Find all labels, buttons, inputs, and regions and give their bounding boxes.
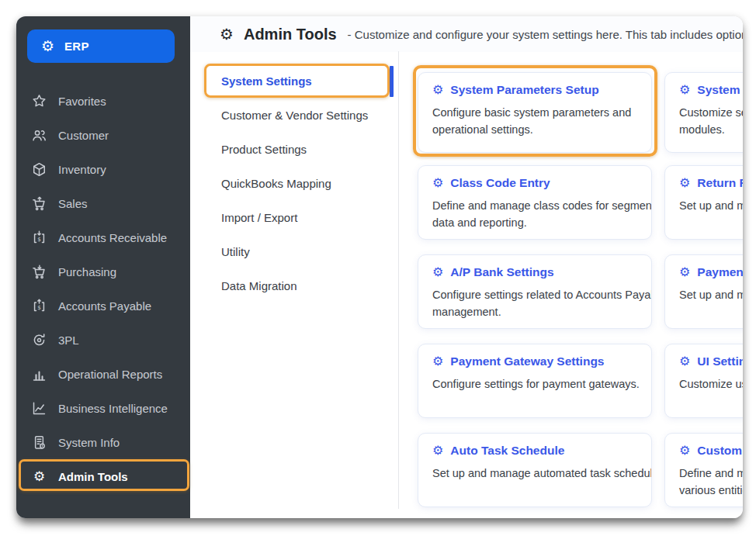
box-dollar-up-icon: $	[32, 299, 47, 313]
card-system-parameters-setup[interactable]: ⚙System Parameters Setup Configure basic…	[418, 72, 652, 153]
cube-icon	[32, 162, 47, 177]
sidebar-item-system-info[interactable]: System Info	[16, 425, 190, 459]
sidebar-item-inventory[interactable]: Inventory	[16, 152, 190, 186]
subnav-item-quickbooks-mapping[interactable]: QuickBooks Mapping	[190, 166, 398, 200]
document-info-icon	[32, 435, 47, 450]
card-description: Set up and manage automated task schedul…	[432, 465, 637, 482]
sidebar-menu: Favorites Customer Inventory Sales $ Acc…	[16, 84, 190, 493]
gear-icon: ⚙	[679, 84, 690, 96]
sidebar-item-purchasing[interactable]: Purchasing	[16, 254, 190, 289]
gear-icon: ⚙	[432, 177, 443, 189]
svg-text:$: $	[37, 303, 41, 310]
card-description: Customize settimodules.	[679, 104, 743, 138]
subnav-item-system-settings[interactable]: System Settings	[190, 64, 398, 98]
card-system-modules[interactable]: ⚙System Mo Customize settimodules.	[664, 72, 743, 153]
sidebar-item-label: Favorites	[58, 95, 106, 108]
gear-icon: ⚙	[679, 177, 690, 189]
card-title: UI Settings	[697, 354, 743, 368]
card-payment-gateway-settings[interactable]: ⚙Payment Gateway Settings Configure sett…	[418, 344, 652, 418]
card-payment-methods[interactable]: ⚙Payment M Set up and map	[664, 254, 743, 329]
sidebar-item-admin-tools[interactable]: ⚙ Admin Tools	[16, 459, 190, 493]
subnav-item-data-migration[interactable]: Data Migration	[190, 268, 398, 303]
gear-icon: ⚙	[679, 444, 690, 457]
page-title: Admin Tools	[244, 26, 337, 43]
settings-subnav: System Settings Customer & Vendor Settin…	[190, 64, 398, 303]
main-content: ⚙ Admin Tools - Customize and configure …	[190, 16, 743, 518]
line-chart-icon	[32, 401, 47, 416]
subnav-item-utility[interactable]: Utility	[190, 234, 398, 268]
refresh-gear-icon	[32, 333, 47, 348]
card-ui-settings[interactable]: ⚙UI Settings Customize user	[664, 344, 743, 418]
gear-icon: ⚙	[432, 266, 443, 278]
cards-column-1: ⚙System Parameters Setup Configure basic…	[418, 72, 652, 518]
sidebar-item-label: Customer	[58, 129, 109, 142]
users-icon	[32, 128, 47, 143]
cards-column-2: ⚙System Mo Customize settimodules. ⚙Retu…	[664, 72, 743, 518]
sidebar-item-label: 3PL	[58, 334, 79, 347]
card-description: Define and manage class codes for segmen…	[432, 197, 637, 231]
card-return-reasons[interactable]: ⚙Return Rea Set up and man	[664, 165, 743, 240]
sidebar-item-3pl[interactable]: 3PL	[16, 323, 190, 357]
sidebar-item-label: Sales	[58, 197, 88, 210]
card-title: Payment M	[697, 265, 743, 279]
card-title: Class Code Entry	[450, 176, 550, 190]
sidebar-item-label: Inventory	[58, 163, 106, 176]
card-description: Configure settings related to Accounts P…	[432, 286, 637, 320]
card-title: Payment Gateway Settings	[450, 354, 604, 368]
subnav-item-product-settings[interactable]: Product Settings	[190, 132, 398, 166]
cart-arrow-down-icon	[32, 265, 47, 279]
card-custom-attributes[interactable]: ⚙Custom At Define and manvarious entitie…	[664, 433, 743, 507]
cart-arrow-up-icon	[32, 196, 47, 211]
gear-icon: ⚙	[432, 355, 443, 368]
gear-icon: ⚙	[432, 444, 443, 457]
svg-text:$: $	[37, 235, 41, 242]
card-ap-bank-settings[interactable]: ⚙A/P Bank Settings Configure settings re…	[418, 254, 652, 329]
card-title: Auto Task Schedule	[450, 444, 564, 458]
gear-icon: ⚙	[679, 266, 690, 278]
sidebar-item-label: Accounts Receivable	[58, 231, 167, 244]
sidebar-item-favorites[interactable]: Favorites	[16, 84, 190, 118]
gear-icon: ⚙	[679, 355, 690, 368]
card-auto-task-schedule[interactable]: ⚙Auto Task Schedule Set up and manage au…	[418, 433, 652, 507]
sidebar-item-accounts-payable[interactable]: $ Accounts Payable	[16, 289, 190, 323]
gear-icon: ⚙	[432, 84, 443, 96]
card-title: Return Rea	[697, 176, 743, 190]
card-title: Custom At	[697, 444, 743, 458]
sidebar-item-label: Operational Reports	[58, 368, 162, 381]
subnav-item-customer-vendor-settings[interactable]: Customer & Vendor Settings	[190, 98, 398, 132]
card-title: A/P Bank Settings	[450, 265, 553, 279]
box-dollar-down-icon: $	[32, 230, 47, 245]
subnav-divider	[398, 51, 399, 509]
sidebar-item-sales[interactable]: Sales	[16, 186, 190, 220]
sidebar-item-label: Business Intelligence	[58, 402, 168, 415]
sidebar-item-accounts-receivable[interactable]: $ Accounts Receivable	[16, 220, 190, 254]
card-description: Set up and man	[679, 197, 743, 214]
gear-icon: ⚙	[32, 470, 47, 483]
card-description: Configure basic system parameters andope…	[432, 104, 637, 138]
sidebar-item-label: Accounts Payable	[58, 299, 151, 313]
star-icon	[32, 94, 47, 109]
erp-gear-logo-icon: ⚙	[41, 39, 54, 54]
app-window: ⚙ ERP Favorites Customer Inventory Sales	[16, 16, 743, 518]
sidebar-item-label: System Info	[58, 436, 120, 449]
sidebar: ⚙ ERP Favorites Customer Inventory Sales	[16, 16, 190, 518]
card-class-code-entry[interactable]: ⚙Class Code Entry Define and manage clas…	[418, 165, 652, 240]
sidebar-item-label: Admin Tools	[58, 470, 128, 483]
sidebar-item-business-intelligence[interactable]: Business Intelligence	[16, 391, 190, 425]
erp-logo-button[interactable]: ⚙ ERP	[27, 29, 175, 63]
page-description: - Customize and configure your system se…	[348, 28, 743, 41]
gear-icon: ⚙	[220, 26, 234, 42]
sidebar-item-label: Purchasing	[58, 265, 116, 278]
subnav-active-indicator	[390, 66, 394, 97]
card-title: System Mo	[697, 83, 743, 97]
sidebar-item-operational-reports[interactable]: Operational Reports	[16, 357, 190, 391]
subnav-item-import-export[interactable]: Import / Export	[190, 200, 398, 234]
bar-chart-icon	[32, 367, 47, 382]
sidebar-item-customer[interactable]: Customer	[16, 118, 190, 152]
erp-logo-label: ERP	[64, 40, 89, 53]
card-description: Define and manvarious entities.	[679, 465, 743, 499]
card-title: System Parameters Setup	[450, 83, 598, 97]
card-description: Set up and map	[679, 286, 743, 303]
card-description: Customize user	[679, 375, 743, 392]
card-description: Configure settings for payment gateways.	[432, 375, 637, 392]
